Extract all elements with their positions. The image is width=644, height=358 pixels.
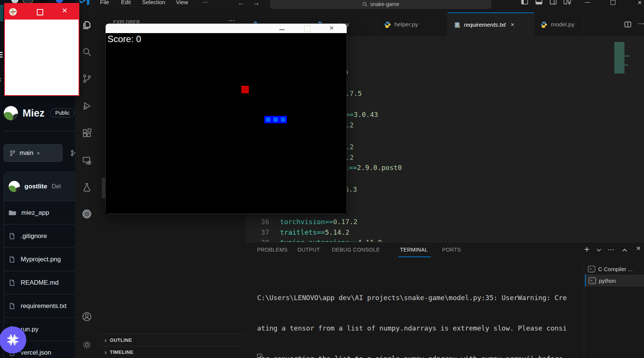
- menu-edit[interactable]: Edit: [121, 0, 131, 5]
- small-window-body: [5, 20, 79, 94]
- window-minimize-icon[interactable]: —: [585, 0, 590, 5]
- tab-close-icon[interactable]: ×: [511, 21, 514, 29]
- taskbar-icon-4[interactable]: [56, 0, 63, 3]
- avatar[interactable]: [4, 106, 18, 120]
- panel-maximize-icon[interactable]: [622, 249, 627, 252]
- close-fragment-icon[interactable]: ×: [0, 76, 2, 84]
- customize-layout-icon[interactable]: [564, 0, 571, 5]
- file-row[interactable]: miez_app: [4, 201, 79, 224]
- python-icon: [384, 21, 391, 28]
- panel-close-icon[interactable]: ×: [636, 244, 641, 253]
- terminal-output[interactable]: C:\Users\LENOVO\app dev\AI projects\snak…: [257, 272, 567, 358]
- file-name: .gitignore: [21, 232, 47, 240]
- minimap[interactable]: [614, 42, 624, 74]
- testing-flask-icon[interactable]: [82, 182, 92, 193]
- settings-gear-icon[interactable]: [82, 340, 92, 350]
- commit-message[interactable]: Del: [52, 183, 61, 190]
- new-terminal-icon[interactable]: +: [584, 244, 589, 255]
- game-titlebar[interactable]: ×: [106, 24, 347, 33]
- file-name: requirements.txt: [21, 302, 67, 310]
- small-window-maximize-icon[interactable]: [37, 9, 43, 15]
- taskbar-icon-3[interactable]: [39, 0, 47, 3]
- nav-forward-icon[interactable]: →: [253, 0, 260, 7]
- panel-tab-ports[interactable]: PORTS: [442, 247, 461, 253]
- file-row[interactable]: .gitignore: [4, 224, 79, 247]
- committer-name[interactable]: gostlite: [24, 183, 47, 190]
- committer-avatar[interactable]: [9, 181, 20, 192]
- outline-section-header[interactable]: › OUTLINE: [98, 334, 245, 346]
- tab-requirements-txt[interactable]: requirements.txt ×: [448, 12, 534, 36]
- file-row[interactable]: Myproject.png: [4, 247, 79, 271]
- game-minimize-icon[interactable]: [279, 29, 285, 30]
- visibility-badge: Public: [50, 108, 74, 117]
- toggle-sidebar-icon[interactable]: [521, 0, 528, 5]
- explorer-icon[interactable]: [82, 20, 92, 30]
- vscode-logo-icon: [79, 0, 90, 5]
- panel-tab-problems[interactable]: PROBLEMS: [257, 247, 288, 253]
- split-editor-icon[interactable]: [624, 21, 631, 27]
- tab-helper-py[interactable]: helper.py: [378, 12, 448, 36]
- extensions-icon[interactable]: [82, 128, 92, 138]
- menu-selection[interactable]: Selection: [142, 0, 165, 5]
- repo-owner[interactable]: Miez: [23, 108, 45, 119]
- file-icon: [9, 279, 15, 287]
- source-control-icon[interactable]: [82, 73, 92, 84]
- terminal-cursor: [257, 354, 262, 358]
- kubernetes-icon[interactable]: [82, 209, 92, 219]
- terminal-label: python: [599, 278, 616, 284]
- file-icon: [9, 256, 15, 263]
- account-icon[interactable]: [82, 311, 92, 322]
- menu-file[interactable]: File: [100, 0, 109, 5]
- panel-tab-output[interactable]: OUTPUT: [297, 247, 320, 253]
- snake-segment: [279, 116, 287, 123]
- active-tab-underline: [399, 256, 431, 257]
- screen: × Miez Public main ▾ gostlite Del: [0, 0, 644, 358]
- branch-selector-button[interactable]: main ▾: [4, 144, 62, 162]
- file-row[interactable]: requirements.txt: [4, 294, 79, 317]
- search-icon[interactable]: [82, 47, 92, 57]
- window-maximize-icon[interactable]: [611, 0, 615, 5]
- remote-explorer-icon[interactable]: [82, 155, 92, 166]
- terminal-list-item-python[interactable]: >_ python: [585, 275, 644, 287]
- edge-teal-fragment: [0, 5, 3, 21]
- panel-tab-terminal[interactable]: TERMINAL: [400, 247, 428, 253]
- run-debug-icon[interactable]: [82, 101, 92, 111]
- small-window-titlebar[interactable]: ×: [5, 4, 79, 20]
- window-close-icon[interactable]: ×: [638, 0, 642, 7]
- terminal-line: ating a tensor from a list of numpy.ndar…: [257, 323, 567, 333]
- game-maximize-icon[interactable]: [304, 26, 311, 32]
- timeline-label: TIMELINE: [110, 349, 133, 355]
- file-row[interactable]: README.md: [4, 271, 79, 294]
- small-window-close-icon[interactable]: ×: [62, 5, 67, 16]
- code-line: 38typing_extensions==4.11.0: [254, 238, 382, 242]
- python-icon: [540, 21, 547, 28]
- score-text: Score: 0: [108, 34, 141, 44]
- toggle-panel-icon[interactable]: [535, 0, 542, 5]
- toggle-secondary-sidebar-icon[interactable]: [550, 0, 557, 5]
- menu-view[interactable]: View: [176, 0, 188, 5]
- sidebar-scrollbar[interactable]: [102, 178, 105, 198]
- panel-tab-debug-console[interactable]: DEBUG CONSOLE: [332, 247, 380, 253]
- terminal-list-item-compiler[interactable]: >_ C Compiler ...: [585, 263, 644, 275]
- terminal-line: C:\Users\LENOVO\app dev\AI projects\snak…: [257, 293, 567, 303]
- game-close-icon[interactable]: ×: [329, 23, 334, 32]
- search-value: snake-game: [370, 1, 399, 7]
- latest-commit-row[interactable]: gostlite Del: [4, 172, 79, 201]
- terminal-label: C Compiler ...: [598, 266, 633, 272]
- nav-back-icon[interactable]: ←: [238, 0, 245, 7]
- terminal-dropdown-icon[interactable]: [597, 249, 601, 252]
- snake-segment: [272, 116, 279, 123]
- command-center-search[interactable]: snake-game: [270, 0, 491, 9]
- assistant-fab-button[interactable]: [0, 326, 26, 353]
- menu-more[interactable]: ⋯: [202, 0, 208, 6]
- game-canvas[interactable]: Score: 0: [106, 33, 347, 214]
- hamburger-icon[interactable]: [0, 52, 3, 53]
- terminal-sidebar-separator: [584, 261, 584, 358]
- tab-model-py[interactable]: model.py: [534, 12, 583, 36]
- tab-label: model.py: [551, 21, 574, 28]
- timeline-section-header[interactable]: › TIMELINE: [98, 346, 245, 358]
- editor-more-icon[interactable]: ⋯: [638, 19, 644, 28]
- panel-more-icon[interactable]: ⋯: [608, 245, 615, 254]
- folder-icon: [9, 209, 16, 217]
- code-line: 37traitlets==5.14.2: [254, 228, 349, 236]
